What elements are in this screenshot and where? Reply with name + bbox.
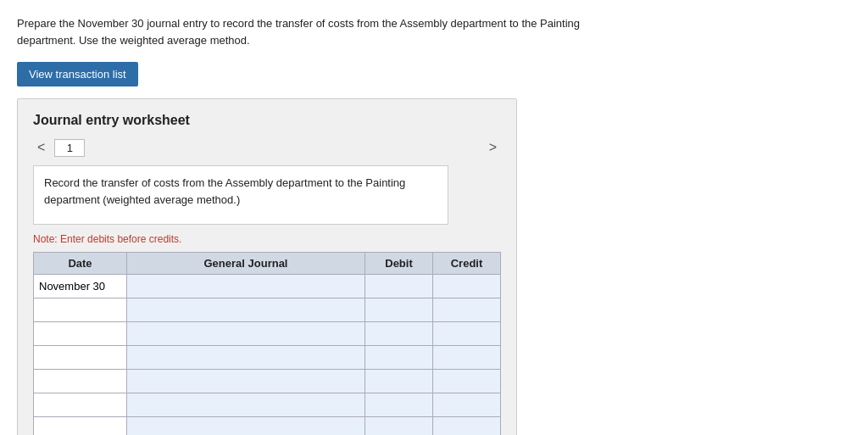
table-row — [34, 393, 501, 417]
date-input-4[interactable] — [34, 370, 126, 393]
journal-input-0[interactable] — [127, 275, 364, 298]
credit-cell-6 — [433, 417, 501, 436]
header-date: Date — [34, 253, 127, 275]
credit-cell-5 — [433, 393, 501, 417]
debit-cell-1 — [365, 298, 433, 322]
debit-cell-0 — [365, 275, 433, 298]
credit-cell-2 — [433, 322, 501, 346]
journal-cell-0 — [127, 275, 365, 298]
nav-left-button[interactable]: < — [33, 138, 49, 157]
journal-input-3[interactable] — [127, 346, 364, 369]
date-cell-0 — [34, 275, 127, 298]
journal-table: Date General Journal Debit Credit — [33, 252, 501, 435]
nav-row: < 1 > — [33, 138, 501, 157]
journal-input-2[interactable] — [127, 322, 364, 345]
intro-text: Prepare the November 30 journal entry to… — [17, 15, 610, 48]
journal-input-5[interactable] — [127, 393, 364, 416]
description-box: Record the transfer of costs from the As… — [33, 165, 448, 225]
page-number: 1 — [54, 139, 85, 157]
nav-right-button[interactable]: > — [485, 138, 501, 157]
credit-input-2[interactable] — [433, 322, 500, 345]
table-row — [34, 298, 501, 322]
date-input-5[interactable] — [34, 393, 126, 416]
worksheet-title: Journal entry worksheet — [33, 113, 501, 128]
credit-input-0[interactable] — [433, 275, 500, 298]
table-row — [34, 322, 501, 346]
table-row — [34, 370, 501, 393]
debit-cell-2 — [365, 322, 433, 346]
date-input-6[interactable] — [34, 417, 126, 435]
journal-cell-6 — [127, 417, 365, 436]
debit-input-4[interactable] — [365, 370, 432, 393]
table-row — [34, 346, 501, 370]
header-credit: Credit — [433, 253, 501, 275]
debit-input-6[interactable] — [365, 417, 432, 435]
view-transaction-button[interactable]: View transaction list — [17, 62, 138, 86]
debit-input-2[interactable] — [365, 322, 432, 345]
journal-cell-4 — [127, 370, 365, 393]
note-text: Note: Enter debits before credits. — [33, 233, 501, 245]
debit-input-3[interactable] — [365, 346, 432, 369]
credit-input-4[interactable] — [433, 370, 500, 393]
table-row — [34, 275, 501, 298]
credit-input-6[interactable] — [433, 417, 500, 435]
credit-cell-1 — [433, 298, 501, 322]
debit-input-5[interactable] — [365, 393, 432, 416]
date-input-2[interactable] — [34, 322, 126, 345]
date-input-3[interactable] — [34, 346, 126, 369]
worksheet-container: Journal entry worksheet < 1 > Record the… — [17, 98, 517, 435]
date-cell-4 — [34, 370, 127, 393]
table-row — [34, 417, 501, 436]
credit-cell-4 — [433, 370, 501, 393]
date-input-1[interactable] — [34, 298, 126, 321]
credit-input-3[interactable] — [433, 346, 500, 369]
date-cell-2 — [34, 322, 127, 346]
header-journal: General Journal — [127, 253, 365, 275]
date-cell-5 — [34, 393, 127, 417]
date-input-0[interactable] — [34, 275, 126, 298]
journal-cell-1 — [127, 298, 365, 322]
journal-cell-3 — [127, 346, 365, 370]
header-debit: Debit — [365, 253, 433, 275]
debit-cell-4 — [365, 370, 433, 393]
debit-input-0[interactable] — [365, 275, 432, 298]
credit-input-1[interactable] — [433, 298, 500, 321]
journal-cell-2 — [127, 322, 365, 346]
credit-input-5[interactable] — [433, 393, 500, 416]
date-cell-6 — [34, 417, 127, 436]
date-cell-3 — [34, 346, 127, 370]
debit-cell-3 — [365, 346, 433, 370]
journal-input-4[interactable] — [127, 370, 364, 393]
journal-cell-5 — [127, 393, 365, 417]
journal-input-1[interactable] — [127, 298, 364, 321]
credit-cell-0 — [433, 275, 501, 298]
date-cell-1 — [34, 298, 127, 322]
debit-cell-5 — [365, 393, 433, 417]
credit-cell-3 — [433, 346, 501, 370]
debit-cell-6 — [365, 417, 433, 436]
journal-input-6[interactable] — [127, 417, 364, 435]
debit-input-1[interactable] — [365, 298, 432, 321]
